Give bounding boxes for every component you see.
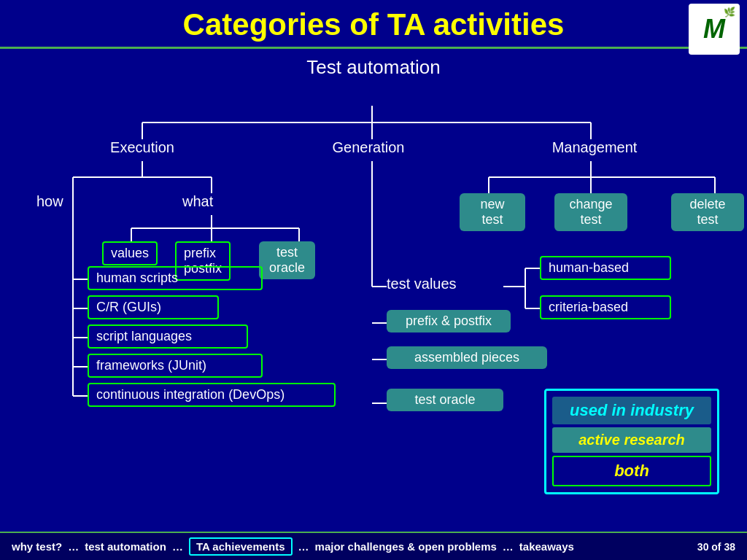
legend-used-in-industry: used in industry bbox=[552, 397, 711, 424]
header: Categories of TA activities 🌿 M bbox=[0, 0, 747, 49]
node-test-values-label: test values bbox=[387, 276, 457, 292]
bottom-ta-achievements[interactable]: TA achievements bbox=[189, 537, 293, 556]
bottom-takeaways[interactable]: takeaways bbox=[519, 540, 574, 553]
node-criteria-based: criteria-based bbox=[540, 295, 671, 319]
node-prefix-postfix-gen: prefix & postfix bbox=[387, 310, 511, 332]
subtitle: Test automation bbox=[15, 56, 732, 79]
node-management: Management bbox=[533, 139, 657, 156]
bottom-bar: why test? … test automation … TA achieve… bbox=[0, 532, 747, 560]
node-delete-test: deletetest bbox=[671, 193, 744, 231]
main-content: Test automation bbox=[0, 49, 747, 534]
node-script-languages: script languages bbox=[88, 324, 248, 349]
slide-number: 30 of 38 bbox=[697, 541, 735, 553]
node-how: how bbox=[36, 193, 63, 210]
bottom-ellipsis-1: … bbox=[68, 540, 79, 553]
node-human-based: human-based bbox=[540, 256, 671, 280]
node-test-oracle-gen: test oracle bbox=[387, 389, 503, 411]
node-generation: Generation bbox=[303, 139, 434, 156]
bottom-challenges[interactable]: major challenges & open problems bbox=[315, 540, 497, 553]
node-change-test: changetest bbox=[554, 193, 627, 231]
node-assembled-pieces: assembled pieces bbox=[387, 346, 547, 369]
node-human-scripts: human scripts bbox=[88, 266, 263, 290]
bottom-ellipsis-4: … bbox=[503, 540, 514, 553]
node-what: what bbox=[182, 193, 213, 210]
bottom-why-test[interactable]: why test? bbox=[12, 540, 62, 553]
node-frameworks: frameworks (JUnit) bbox=[88, 354, 263, 378]
tree-area: Execution Generation Management how what… bbox=[15, 82, 732, 534]
legend-box: used in industry active research both bbox=[544, 389, 719, 494]
node-new-test: newtest bbox=[460, 193, 525, 231]
legend-both: both bbox=[552, 456, 711, 486]
logo: 🌿 M bbox=[689, 4, 740, 55]
page-title: Categories of TA activities bbox=[183, 7, 565, 42]
legend-active-research: active research bbox=[552, 427, 711, 453]
bottom-ellipsis-3: … bbox=[298, 540, 309, 553]
bottom-ellipsis-2: … bbox=[172, 540, 183, 553]
node-values: values bbox=[102, 241, 158, 265]
logo-letter: M bbox=[703, 16, 725, 42]
node-cr-guis: C/R (GUIs) bbox=[88, 295, 219, 319]
node-test-oracle-what: testoracle bbox=[259, 241, 315, 279]
node-execution: Execution bbox=[88, 139, 197, 156]
node-continuous-integration: continuous integration (DevOps) bbox=[88, 383, 336, 407]
bottom-test-automation[interactable]: test automation bbox=[85, 540, 166, 553]
